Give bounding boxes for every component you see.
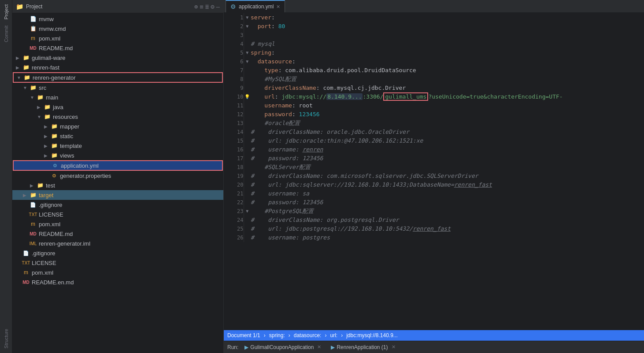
code-content-26[interactable]: # username: postgres <box>251 233 644 242</box>
run-tab-coupon[interactable]: ▶ GulimallCouponApplication ✕ <box>241 343 325 351</box>
fold-marker-1[interactable]: ▼ <box>244 13 251 22</box>
file-tree-item-pom[interactable]: m pom.xml <box>12 33 223 43</box>
file-icon-mvnw: 📄 <box>29 15 37 23</box>
layout-icon[interactable]: ≣ <box>205 3 209 10</box>
file-name-static: static <box>60 133 73 140</box>
hide-panel-icon[interactable]: — <box>216 3 220 10</box>
code-content-20[interactable]: # url: jdbc:sqlserver://192.168.10.10:14… <box>251 180 644 189</box>
file-tree-item-static[interactable]: ▶ 📁 static <box>12 131 223 141</box>
fold-marker-19 <box>244 172 251 180</box>
file-tree-item-resources[interactable]: ▼ 📁 resources <box>12 112 223 121</box>
run-tab-close-coupon[interactable]: ✕ <box>317 344 321 350</box>
settings-icon[interactable]: ⚙ <box>211 3 214 10</box>
fold-marker-23[interactable]: ▼ <box>244 207 251 216</box>
file-name-license: LICENSE <box>39 211 63 218</box>
file-tree-item-gulimall-ware[interactable]: ▶ 📁 gulimall-ware <box>12 53 223 63</box>
code-content-9[interactable]: driverClassName: com.mysql.cj.jdbc.Drive… <box>251 84 644 92</box>
code-content-25[interactable]: # url: jdbc:postgresql://192.168.10.10:5… <box>251 224 644 233</box>
code-content-3[interactable] <box>251 31 644 40</box>
editor-tab-application-yml[interactable]: ⚙ application.yml ✕ <box>226 0 285 12</box>
code-table: 1 ▼ server: 2 ▼ port: 80 3 <box>224 13 644 242</box>
file-tree-item-mvnwcmd[interactable]: 📋 mvnw.cmd <box>12 24 223 33</box>
status-datasource[interactable]: datasource: <box>294 332 322 338</box>
file-name-generator-properties: generator.properties <box>60 173 111 179</box>
file-name-target: target <box>39 192 53 199</box>
code-content-4[interactable]: # mysql <box>251 40 644 48</box>
file-tree-item-java[interactable]: ▶ 📁 java <box>12 102 223 112</box>
code-content-14[interactable]: # driverClassName: oracle.jdbc.OracleDri… <box>251 128 644 136</box>
file-tree-item-gitignore[interactable]: 📄 .gitignore <box>12 200 223 210</box>
file-name-gulimall-ware: gulimall-ware <box>32 55 66 61</box>
file-tree-item-readme-en[interactable]: MD README.en.md <box>12 277 223 287</box>
fold-marker-9 <box>244 84 251 92</box>
file-tree-item-mvnw[interactable]: 📄 mvnw <box>12 14 223 24</box>
run-tab-close-renren[interactable]: ✕ <box>392 344 396 350</box>
arrow-target: ▶ <box>23 193 29 198</box>
code-content-22[interactable]: # password: 123456 <box>251 198 644 207</box>
structure-tab[interactable]: Structure <box>2 326 11 351</box>
file-tree-item-template[interactable]: ▶ 📁 template <box>12 141 223 151</box>
code-content-2[interactable]: port: 80 <box>251 22 644 31</box>
file-tree-item-readme-gen[interactable]: MD README.md <box>12 229 223 239</box>
status-spring[interactable]: spring: <box>269 332 285 338</box>
file-tree-item-readme[interactable]: MD README.md <box>12 43 223 53</box>
file-tree-item-gitignore-root[interactable]: 📄 .gitignore <box>12 248 223 258</box>
run-tab-renren[interactable]: ▶ RenrenApplication (1) ✕ <box>327 343 399 351</box>
folder-icon-test: 📁 <box>36 181 44 189</box>
code-content-8[interactable]: #MySQL配置 <box>251 75 644 84</box>
code-content-7[interactable]: type: com.alibaba.druid.pool.DruidDataSo… <box>251 66 644 75</box>
file-name-readme: README.md <box>39 45 73 51</box>
line-number-11: 11 <box>224 101 244 110</box>
file-tree-item-main[interactable]: ▼ 📁 main <box>12 92 223 102</box>
code-content-15[interactable]: # url: jdbc:oracle:thin:@47.100.206.162:… <box>251 136 644 145</box>
file-tree-item-views[interactable]: ▶ 📁 views <box>12 151 223 160</box>
code-content-1[interactable]: server: <box>251 13 644 22</box>
file-tree-item-renren-fast[interactable]: ▶ 📁 renren-fast <box>12 63 223 72</box>
editor-code-view[interactable]: 1 ▼ server: 2 ▼ port: 80 3 <box>224 13 644 330</box>
code-content-13[interactable]: #oracle配置 <box>251 119 644 128</box>
file-tree-item-iml[interactable]: IML renren-generator.iml <box>12 239 223 248</box>
fold-marker-3 <box>244 31 251 40</box>
file-tree-item-license-root[interactable]: TXT LICENSE <box>12 258 223 268</box>
fold-marker-5[interactable]: ▼ <box>244 48 251 57</box>
fold-marker-2[interactable]: ▼ <box>244 22 251 31</box>
file-tree-item-src[interactable]: ▼ 📁 src <box>12 83 223 92</box>
code-content-19[interactable]: # driverClassName: com.microsoft.sqlserv… <box>251 172 644 180</box>
code-line-13: 13 #oracle配置 <box>224 119 644 128</box>
code-content-17[interactable]: # password: 123456 <box>251 154 644 163</box>
file-tree-item-license[interactable]: TXT LICENSE <box>12 210 223 219</box>
status-url[interactable]: url: <box>330 332 337 338</box>
file-name-mvnwcmd: mvnw.cmd <box>39 26 66 32</box>
folder-icon-gulimall-ware: 📁 <box>22 54 30 62</box>
code-content-18[interactable]: #SQLServer配置 <box>251 163 644 172</box>
project-tab[interactable]: Project <box>2 2 11 22</box>
file-tree-item-generator-properties[interactable]: ⚙ generator.properties <box>12 171 223 180</box>
code-content-6[interactable]: datasource: <box>251 57 644 66</box>
code-content-24[interactable]: # driverClassName: org.postgresql.Driver <box>251 216 644 224</box>
file-tree-item-mapper[interactable]: ▶ 📁 mapper <box>12 121 223 131</box>
tab-close-button[interactable]: ✕ <box>276 4 280 10</box>
code-content-10[interactable]: url: jdbc:mysql://8.140.9...:3306/gulima… <box>251 92 644 101</box>
file-tree-item-pom-gen[interactable]: m pom.xml <box>12 219 223 229</box>
line-number-1: 1 <box>224 13 244 22</box>
code-line-17: 17 # password: 123456 <box>224 154 644 163</box>
collapse-all-icon[interactable]: ≡ <box>200 3 203 10</box>
arrow-main: ▼ <box>30 95 36 100</box>
file-tree-item-renren-generator[interactable]: ▼ 📁 renren-generator <box>13 73 222 82</box>
fold-marker-6[interactable]: ▼ <box>244 57 251 66</box>
code-content-23[interactable]: #PostgreSQL配置 <box>251 207 644 216</box>
light-bulb-icon[interactable]: 💡 <box>244 94 250 99</box>
file-tree-item-application-yml[interactable]: ⚙ application.yml <box>13 161 222 170</box>
code-content-21[interactable]: # username: sa <box>251 189 644 198</box>
file-tree-item-target[interactable]: ▶ 📁 target <box>12 190 223 200</box>
panel-header: 📁 Project ⊕ ≡ ≣ ⚙ — <box>12 0 223 13</box>
code-content-16[interactable]: # username: renren <box>251 145 644 154</box>
code-content-11[interactable]: username: root <box>251 101 644 110</box>
code-content-12[interactable]: password: 123456 <box>251 110 644 119</box>
commit-tab[interactable]: Commit <box>2 23 11 45</box>
code-content-5[interactable]: spring: <box>251 48 644 57</box>
file-tree-item-pom-main[interactable]: m pom.xml <box>12 268 223 277</box>
file-tree-item-test[interactable]: ▶ 📁 test <box>12 180 223 190</box>
expand-all-icon[interactable]: ⊕ <box>194 3 198 10</box>
code-line-5: 5 ▼ spring: <box>224 48 644 57</box>
